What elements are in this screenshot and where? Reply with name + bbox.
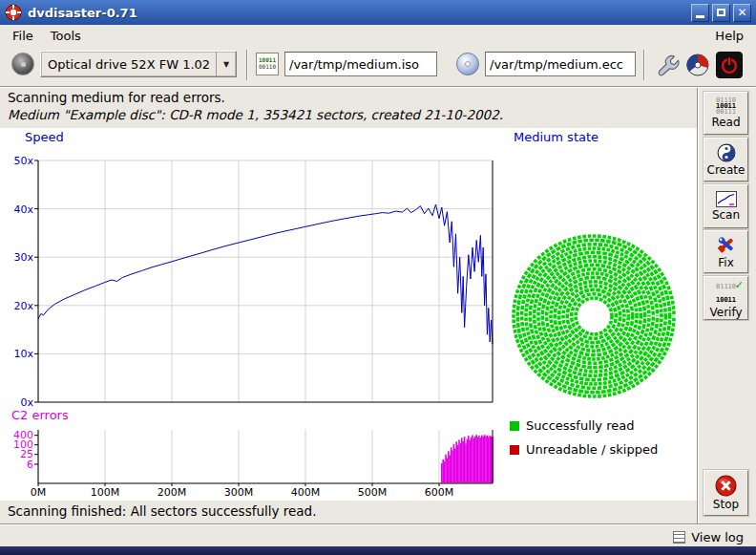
- iso-path-input[interactable]: [284, 52, 437, 76]
- optical-drive-icon: [11, 53, 34, 75]
- status-line2: Medium "Example disc": CD-R mode 1, 3534…: [8, 107, 503, 122]
- log-icon: [673, 531, 685, 544]
- svg-text:30x: 30x: [13, 251, 33, 264]
- toolbar-separator: [246, 50, 248, 80]
- sidebar-create-button[interactable]: Create: [704, 138, 748, 181]
- drive-selector[interactable]: Optical drive 52X FW 1.02 ▼: [40, 51, 237, 77]
- svg-text:0M: 0M: [31, 486, 47, 499]
- menu-help[interactable]: Help: [706, 27, 752, 45]
- verify-label: Verify: [709, 306, 742, 319]
- power-icon: [718, 53, 741, 76]
- ecc-path-input[interactable]: [485, 52, 636, 76]
- svg-text:600M: 600M: [425, 486, 454, 499]
- stop-label: Stop: [713, 498, 739, 511]
- svg-text:400M: 400M: [291, 486, 321, 499]
- svg-text:50x: 50x: [13, 155, 33, 167]
- binary-read-icon: 01110 10011 00111: [716, 97, 736, 115]
- view-log-label: View log: [691, 530, 744, 544]
- mini-chart-icon: [716, 191, 737, 207]
- maximize-icon: [717, 9, 725, 16]
- svg-text:200M: 200M: [158, 486, 187, 499]
- sidebar-fix-button[interactable]: Fix: [704, 230, 748, 273]
- scan-drawing-area: 0x10x20x30x40x50x0M100M200M300M400M500M6…: [0, 128, 697, 501]
- ecc-disc-icon: [456, 53, 479, 75]
- window-title: dvdisaster-0.71: [28, 6, 691, 20]
- close-icon: ✕: [737, 7, 746, 18]
- footer-message: Scanning finished: All sectors successfu…: [0, 501, 697, 523]
- menubar: File Tools Help: [0, 25, 756, 46]
- drive-selector-value: Optical drive 52X FW 1.02: [41, 52, 216, 76]
- toolbar-separator: [643, 50, 645, 80]
- iso-file-icon: 1001100110: [256, 53, 279, 75]
- divider: [697, 88, 699, 523]
- sidebar-verify-button[interactable]: 01110 10011 ✓ Verify: [704, 276, 748, 320]
- legend-unreadable-label: Unreadable / skipped: [526, 442, 658, 457]
- speed-chart-title: Speed: [25, 130, 64, 144]
- window-border: [0, 546, 756, 555]
- svg-text:20x: 20x: [13, 300, 33, 312]
- scan-label: Scan: [712, 208, 740, 222]
- minimize-icon: [696, 15, 704, 18]
- svg-text:6: 6: [27, 459, 33, 471]
- yin-yang-icon: [717, 143, 736, 162]
- legend-successfully-read: Successfully read: [510, 418, 634, 433]
- toolbar: Optical drive 52X FW 1.02 ▼ 1001100110: [0, 46, 756, 86]
- menu-tools[interactable]: Tools: [42, 27, 90, 45]
- legend-read-label: Successfully read: [526, 418, 634, 433]
- view-log-button[interactable]: View log: [668, 526, 748, 547]
- fix-label: Fix: [718, 256, 733, 269]
- svg-text:300M: 300M: [224, 486, 254, 499]
- c2-errors-title: C2 errors: [11, 408, 69, 422]
- check-icon: ✓: [735, 279, 744, 291]
- app-icon: [5, 4, 22, 21]
- preferences-button[interactable]: [653, 51, 682, 79]
- green-swatch-icon: [510, 421, 519, 431]
- legend-unreadable: Unreadable / skipped: [510, 442, 658, 457]
- menu-file[interactable]: File: [4, 27, 42, 45]
- footer-bar: View log: [0, 525, 756, 546]
- svg-text:100M: 100M: [91, 486, 120, 499]
- medium-state-title: Medium state: [514, 130, 598, 144]
- binary-check-icon: 01110 10011: [716, 283, 736, 304]
- status-line1: Scanning medium for read errors.: [8, 90, 225, 105]
- color-wheel-icon: [685, 53, 710, 77]
- minimize-button[interactable]: [691, 4, 709, 22]
- close-button[interactable]: ✕: [733, 4, 751, 22]
- maximize-button[interactable]: [712, 4, 730, 22]
- wrench-icon: [655, 53, 680, 77]
- sidebar-read-button[interactable]: 01110 10011 00111 Read: [704, 92, 748, 135]
- read-label: Read: [711, 116, 740, 129]
- svg-text:10x: 10x: [13, 348, 33, 360]
- svg-text:500M: 500M: [358, 486, 388, 499]
- create-label: Create: [707, 163, 746, 177]
- stop-x-icon: [715, 475, 737, 497]
- crossed-tools-icon: [716, 234, 737, 255]
- quit-button[interactable]: [716, 52, 743, 78]
- svg-text:40x: 40x: [13, 203, 33, 216]
- titlebar[interactable]: dvdisaster-0.71 ✕: [0, 0, 756, 25]
- status-area: Scanning medium for read errors. Medium …: [0, 88, 697, 128]
- sidebar-stop-button[interactable]: Stop: [704, 470, 748, 516]
- app-window: dvdisaster-0.71 ✕ File Tools Help Optica…: [0, 0, 756, 555]
- chevron-down-icon[interactable]: ▼: [216, 52, 236, 76]
- sidebar-scan-button[interactable]: Scan: [704, 184, 748, 228]
- identity-button[interactable]: [683, 51, 712, 79]
- red-swatch-icon: [510, 445, 519, 455]
